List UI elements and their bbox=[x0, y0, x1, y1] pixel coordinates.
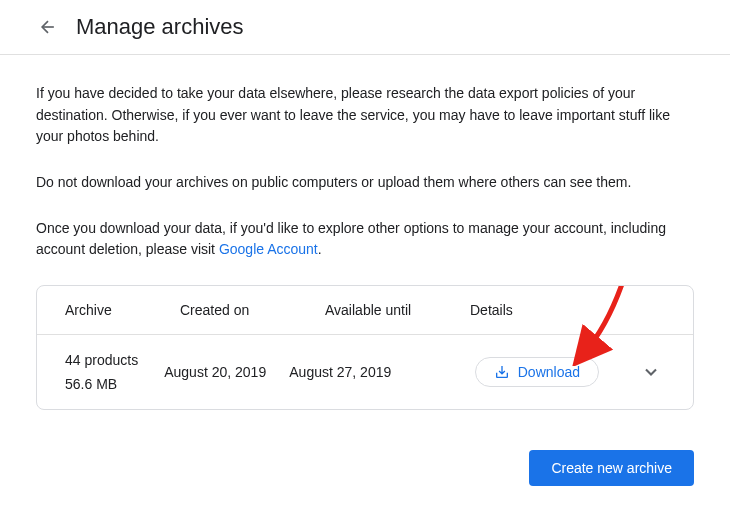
p3-prefix: Once you download your data, if you'd li… bbox=[36, 220, 666, 258]
intro-paragraph-3: Once you download your data, if you'd li… bbox=[36, 218, 694, 261]
intro-paragraph-1: If you have decided to take your data el… bbox=[36, 83, 694, 148]
archive-cell: 44 products 56.6 MB bbox=[65, 352, 164, 392]
intro-paragraph-2: Do not download your archives on public … bbox=[36, 172, 694, 194]
col-header-archive: Archive bbox=[65, 302, 180, 318]
created-cell: August 20, 2019 bbox=[164, 364, 289, 380]
archives-table: Archive Created on Available until Detai… bbox=[36, 285, 694, 410]
arrow-left-icon bbox=[38, 17, 58, 37]
archive-products: 44 products bbox=[65, 352, 164, 368]
google-account-link[interactable]: Google Account bbox=[219, 241, 318, 257]
download-button[interactable]: Download bbox=[475, 357, 599, 387]
archive-size: 56.6 MB bbox=[65, 376, 164, 392]
table-header-row: Archive Created on Available until Detai… bbox=[37, 286, 693, 335]
download-label: Download bbox=[518, 364, 580, 380]
p3-suffix: . bbox=[318, 241, 322, 257]
expand-button[interactable] bbox=[639, 360, 663, 384]
page-title: Manage archives bbox=[76, 14, 244, 40]
table-row: 44 products 56.6 MB August 20, 2019 Augu… bbox=[37, 335, 693, 409]
footer: Create new archive bbox=[0, 430, 730, 496]
col-header-created: Created on bbox=[180, 302, 325, 318]
col-header-actions bbox=[540, 302, 665, 318]
content-area: If you have decided to take your data el… bbox=[0, 55, 730, 430]
col-header-available: Available until bbox=[325, 302, 470, 318]
back-button[interactable] bbox=[36, 15, 60, 39]
page-header: Manage archives bbox=[0, 0, 730, 55]
create-archive-button[interactable]: Create new archive bbox=[529, 450, 694, 486]
actions-cell: Download bbox=[475, 357, 665, 387]
available-cell: August 27, 2019 bbox=[289, 364, 414, 380]
download-icon bbox=[494, 364, 510, 380]
chevron-down-icon bbox=[641, 362, 661, 382]
col-header-details: Details bbox=[470, 302, 540, 318]
